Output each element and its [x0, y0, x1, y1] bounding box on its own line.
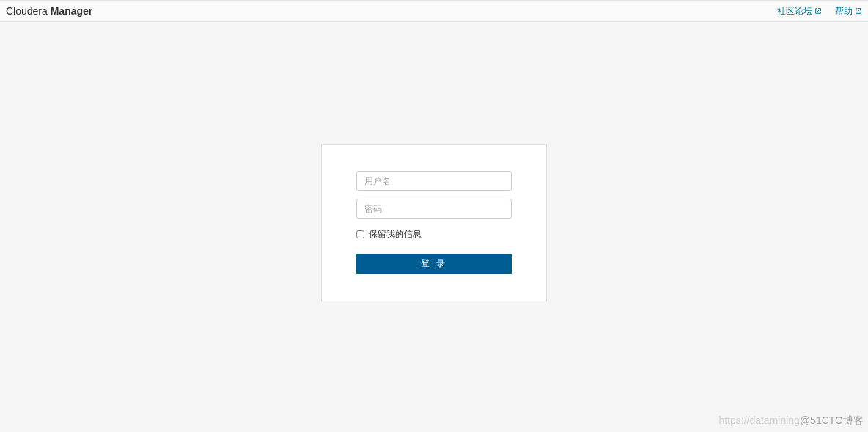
remember-checkbox[interactable] [356, 230, 364, 238]
watermark-bold: @51CTO博客 [800, 414, 864, 426]
remember-row: 保留我的信息 [356, 228, 512, 241]
watermark: https://datamining@51CTO博客 [718, 414, 864, 428]
help-link[interactable]: 帮助 [835, 5, 862, 18]
header-links: 社区论坛 帮助 [777, 5, 862, 18]
brand-bold: Manager [51, 5, 93, 17]
community-link-label: 社区论坛 [777, 5, 812, 18]
brand-light: Cloudera [6, 5, 51, 17]
password-input[interactable] [356, 199, 512, 219]
watermark-faint: https://datamining [718, 414, 800, 426]
remember-label[interactable]: 保留我的信息 [369, 228, 422, 241]
brand-title: Cloudera Manager [6, 5, 92, 17]
external-link-icon [814, 7, 822, 15]
external-link-icon [855, 7, 862, 15]
login-button[interactable]: 登 录 [356, 254, 512, 274]
help-link-label: 帮助 [835, 5, 853, 18]
header-bar: Cloudera Manager 社区论坛 帮助 [0, 0, 868, 22]
community-link[interactable]: 社区论坛 [777, 5, 822, 18]
username-input[interactable] [356, 171, 512, 191]
main-content: 保留我的信息 登 录 [0, 22, 868, 301]
login-card: 保留我的信息 登 录 [321, 144, 547, 301]
